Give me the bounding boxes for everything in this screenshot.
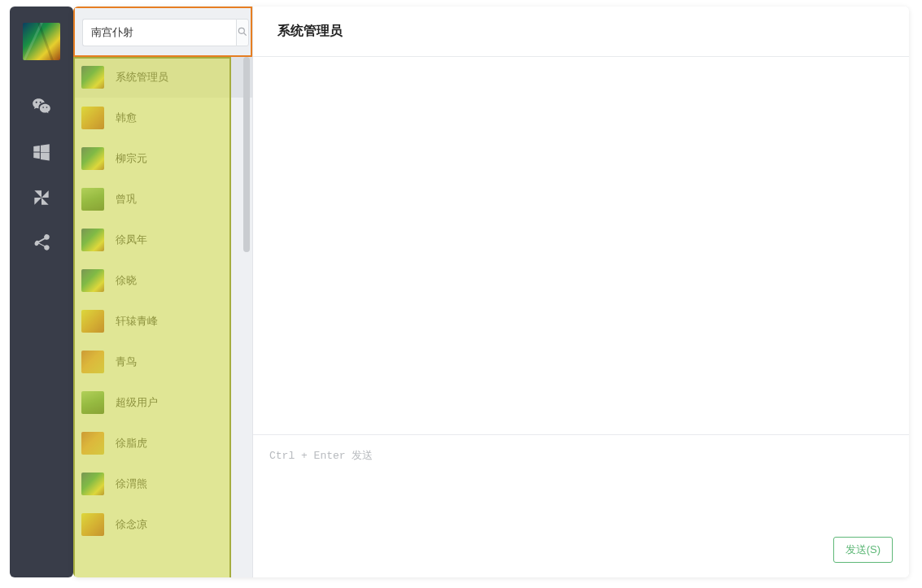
contact-name: 系统管理员 <box>116 70 168 85</box>
svg-point-0 <box>238 28 244 33</box>
contact-list: 系统管理员韩愈柳宗元曾巩徐凤年徐晓轩辕青峰青鸟超级用户徐脂虎徐渭熊徐念凉 <box>73 57 252 545</box>
contact-item[interactable]: 曾巩 <box>73 179 252 220</box>
contact-name: 徐念凉 <box>116 517 147 532</box>
nav-pinwheel[interactable] <box>10 176 73 221</box>
contact-avatar <box>81 147 104 170</box>
svg-line-1 <box>244 33 247 35</box>
current-user-avatar[interactable] <box>23 23 60 60</box>
contact-list-scroll[interactable]: 系统管理员韩愈柳宗元曾巩徐凤年徐晓轩辕青峰青鸟超级用户徐脂虎徐渭熊徐念凉 <box>73 57 252 577</box>
send-button[interactable]: 发送(S) <box>833 537 893 563</box>
pinwheel-icon <box>31 187 52 211</box>
contact-item[interactable]: 徐念凉 <box>73 504 252 545</box>
contact-item[interactable]: 柳宗元 <box>73 138 252 179</box>
contact-item[interactable]: 轩辕青峰 <box>73 301 252 342</box>
main-panel: 系统管理员韩愈柳宗元曾巩徐凤年徐晓轩辕青峰青鸟超级用户徐脂虎徐渭熊徐念凉 系统管… <box>73 7 909 577</box>
contact-column: 系统管理员韩愈柳宗元曾巩徐凤年徐晓轩辕青峰青鸟超级用户徐脂虎徐渭熊徐念凉 <box>73 7 253 577</box>
contact-item[interactable]: 徐晓 <box>73 260 252 301</box>
wechat-icon <box>31 96 52 120</box>
contact-name: 轩辕青峰 <box>116 314 158 329</box>
contact-item[interactable]: 韩愈 <box>73 98 252 138</box>
share-icon <box>31 233 52 256</box>
contact-avatar <box>81 107 104 129</box>
chat-title: 系统管理员 <box>277 23 343 40</box>
chat-messages[interactable] <box>253 57 909 434</box>
contact-avatar <box>81 310 104 333</box>
contact-name: 曾巩 <box>116 192 137 207</box>
contact-avatar <box>81 269 104 292</box>
search-button[interactable] <box>236 19 249 46</box>
contact-item[interactable]: 青鸟 <box>73 342 252 382</box>
contact-name: 徐渭熊 <box>116 477 147 491</box>
chat-compose[interactable]: Ctrl + Enter 发送 发送(S) <box>253 434 909 577</box>
contact-avatar <box>81 188 104 211</box>
nav-share[interactable] <box>10 221 73 267</box>
windows-icon <box>31 142 52 165</box>
compose-hint: Ctrl + Enter 发送 <box>269 448 893 463</box>
contact-name: 韩愈 <box>116 111 137 125</box>
contact-avatar <box>81 473 104 495</box>
contact-name: 柳宗元 <box>116 151 147 166</box>
chat-pane: 系统管理员 Ctrl + Enter 发送 发送(S) <box>253 7 909 577</box>
contact-avatar <box>81 432 104 455</box>
search-input[interactable] <box>82 19 236 46</box>
contact-item[interactable]: 徐渭熊 <box>73 464 252 504</box>
contact-avatar <box>81 229 104 251</box>
contact-avatar <box>81 351 104 373</box>
contact-item[interactable]: 徐脂虎 <box>73 423 252 464</box>
contact-name: 徐脂虎 <box>116 436 147 451</box>
contact-name: 徐凤年 <box>116 233 147 247</box>
search-bar <box>73 7 252 57</box>
nav-windows[interactable] <box>10 130 73 176</box>
contact-name: 超级用户 <box>116 395 158 410</box>
contact-item[interactable]: 超级用户 <box>73 382 252 423</box>
contact-avatar <box>81 66 104 89</box>
app-root: 系统管理员韩愈柳宗元曾巩徐凤年徐晓轩辕青峰青鸟超级用户徐脂虎徐渭熊徐念凉 系统管… <box>0 0 922 588</box>
contact-item[interactable]: 徐凤年 <box>73 220 252 260</box>
search-icon <box>237 26 248 40</box>
left-nav <box>10 7 73 577</box>
contact-item[interactable]: 系统管理员 <box>73 57 252 98</box>
contact-avatar <box>81 391 104 414</box>
contact-name: 青鸟 <box>116 355 137 369</box>
chat-header: 系统管理员 <box>253 7 909 57</box>
contact-name: 徐晓 <box>116 273 137 288</box>
contact-avatar <box>81 513 104 536</box>
nav-wechat[interactable] <box>10 85 73 130</box>
